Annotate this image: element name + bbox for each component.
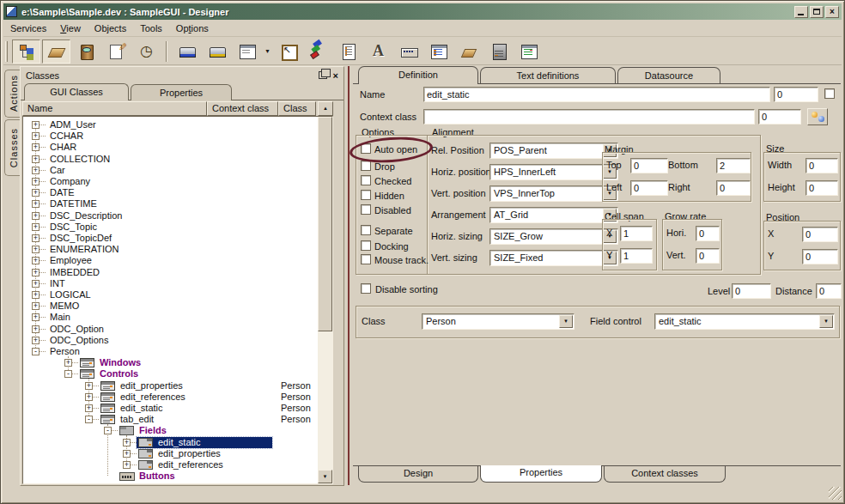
expand-icon[interactable]: + bbox=[32, 212, 40, 220]
tree-item-odc-option[interactable]: +ODC_Option bbox=[23, 324, 318, 335]
collapse-icon[interactable]: - bbox=[85, 416, 93, 423]
tree-item-employee[interactable]: +Employee bbox=[23, 255, 318, 266]
expand-icon[interactable]: + bbox=[32, 189, 40, 197]
name-flag-checkbox[interactable] bbox=[824, 88, 835, 99]
expand-icon[interactable]: + bbox=[32, 200, 40, 208]
column-header-class[interactable]: Class bbox=[278, 101, 316, 116]
button-widget-button[interactable] bbox=[394, 39, 422, 64]
hidden-checkbox[interactable] bbox=[361, 190, 371, 200]
font-button[interactable] bbox=[364, 39, 392, 64]
tree-item-company[interactable]: +Company bbox=[23, 176, 318, 187]
expand-icon[interactable]: + bbox=[32, 223, 40, 231]
classes-tab-properties[interactable]: Properties bbox=[131, 84, 232, 100]
tree-item-buttons[interactable]: Buttons bbox=[23, 471, 318, 482]
position-x-input[interactable]: 0 bbox=[802, 227, 838, 242]
size-height-input[interactable]: 0 bbox=[805, 180, 838, 196]
vert-sizing-dropdown[interactable]: SIZE_Fixed▼ bbox=[489, 250, 618, 266]
classes-tab-gui-classes[interactable]: GUI Classes bbox=[24, 83, 129, 100]
tree-item-date[interactable]: +DATE bbox=[23, 187, 318, 198]
disable-sorting-checkbox[interactable] bbox=[361, 283, 371, 294]
separate-checkbox[interactable] bbox=[361, 225, 371, 235]
hierarchy-button[interactable] bbox=[12, 39, 40, 64]
tab-definition[interactable]: Definition bbox=[358, 66, 478, 84]
tree-item-edit-references[interactable]: +edit_referencesPerson bbox=[23, 392, 318, 403]
tree-item-dsc-topicdef[interactable]: +DSC_TopicDef bbox=[23, 233, 318, 244]
expand-icon[interactable]: + bbox=[123, 439, 131, 446]
expand-icon[interactable]: + bbox=[64, 359, 72, 367]
margin-top-input[interactable]: 0 bbox=[630, 158, 668, 173]
context-class-picker-icon[interactable] bbox=[807, 108, 828, 125]
level-input[interactable]: 0 bbox=[732, 283, 771, 299]
horiz-position-dropdown[interactable]: HPS_InnerLeft▼ bbox=[489, 164, 618, 180]
tree-item-dsc-topic[interactable]: +DSC_Topic bbox=[23, 222, 318, 233]
expand-icon[interactable]: + bbox=[32, 337, 40, 344]
tree-item-enumeration[interactable]: +ENUMERATION bbox=[23, 244, 318, 255]
tab-design[interactable]: Design bbox=[358, 466, 478, 483]
dock-tab-actions[interactable]: Actions bbox=[4, 70, 21, 118]
tree-item-edit-static[interactable]: +edit_static bbox=[23, 437, 318, 448]
dropdown-arrow-icon[interactable]: ▼ bbox=[819, 315, 833, 328]
name-input[interactable]: edit_static bbox=[423, 87, 770, 102]
drive-yellow-button[interactable] bbox=[203, 39, 231, 64]
menu-view[interactable]: View bbox=[53, 21, 88, 36]
class-dropdown[interactable]: Person ▼ bbox=[422, 313, 574, 330]
edit-document-button[interactable] bbox=[102, 39, 131, 64]
drive-blue-button[interactable] bbox=[173, 39, 201, 64]
tab-properties[interactable]: Properties bbox=[480, 465, 602, 483]
maximize-button[interactable] bbox=[810, 6, 824, 18]
expand-icon[interactable]: + bbox=[32, 313, 40, 321]
color-links-button[interactable] bbox=[304, 39, 332, 64]
collapse-icon[interactable]: - bbox=[64, 370, 72, 378]
tree-item-windows[interactable]: +Windows bbox=[23, 357, 318, 368]
arrangement-dropdown[interactable]: AT_Grid▼ bbox=[489, 207, 618, 223]
mouse-track-checkbox[interactable] bbox=[361, 254, 371, 264]
dropdown-arrow-icon[interactable]: ▼ bbox=[559, 315, 573, 328]
tree-item-odc-options[interactable]: +ODC_Options bbox=[23, 335, 318, 346]
tree-item-datetime[interactable]: +DATETIME bbox=[23, 198, 318, 209]
tree-item-edit-properties[interactable]: +edit_properties bbox=[23, 448, 318, 459]
vert-position-dropdown[interactable]: VPS_InnerTop▼ bbox=[489, 185, 618, 202]
expand-icon[interactable]: + bbox=[32, 155, 40, 163]
tree-item-edit-properties[interactable]: +edit_propertiesPerson bbox=[23, 380, 318, 392]
tree-item-fields[interactable]: -Fields bbox=[23, 425, 318, 436]
clock-button[interactable] bbox=[132, 39, 161, 64]
close-button[interactable]: × bbox=[825, 6, 839, 18]
form-window-dropdown-arrow-icon[interactable]: ▼ bbox=[262, 48, 273, 54]
distance-input[interactable]: 0 bbox=[816, 283, 842, 299]
collapse-icon[interactable]: - bbox=[32, 348, 40, 355]
panel-close-icon[interactable]: × bbox=[333, 71, 338, 80]
size-width-input[interactable]: 0 bbox=[805, 158, 838, 173]
panel-splitter[interactable] bbox=[348, 66, 350, 485]
grow-rate-hori-input[interactable]: 0 bbox=[696, 226, 720, 241]
column-header-context-class[interactable]: Context class bbox=[207, 101, 278, 116]
auto-open-checkbox[interactable] bbox=[361, 143, 371, 154]
expand-icon[interactable]: + bbox=[32, 167, 40, 174]
tree-item-adm-user[interactable]: +ADM_User bbox=[23, 119, 318, 131]
collapse-icon[interactable]: - bbox=[104, 427, 112, 434]
tree-item-collection[interactable]: +COLLECTION bbox=[23, 154, 318, 165]
name-index-input[interactable]: 0 bbox=[774, 87, 818, 102]
context-class-input[interactable] bbox=[423, 109, 755, 124]
expand-icon[interactable]: + bbox=[123, 450, 131, 458]
tree-item-car[interactable]: +Car bbox=[23, 165, 318, 176]
tab-text-definitions[interactable]: Text definitions bbox=[480, 67, 616, 84]
menu-services[interactable]: Services bbox=[3, 21, 53, 36]
tab-datasource[interactable]: Datasource bbox=[617, 67, 720, 84]
tree-item-char[interactable]: +CHAR bbox=[23, 142, 318, 153]
docking-checkbox[interactable] bbox=[361, 240, 371, 251]
tree-item-cchar[interactable]: +CCHAR bbox=[23, 131, 318, 142]
field-control-dropdown[interactable]: edit_static ▼ bbox=[654, 313, 835, 330]
expand-icon[interactable]: + bbox=[32, 178, 40, 185]
checked-checkbox[interactable] bbox=[361, 175, 371, 185]
expand-icon[interactable]: + bbox=[32, 246, 40, 253]
disabled-checkbox[interactable] bbox=[361, 204, 371, 215]
form-window-button[interactable] bbox=[233, 39, 261, 64]
float-panel-icon[interactable] bbox=[319, 71, 327, 79]
expand-icon[interactable]: + bbox=[85, 393, 93, 401]
column-header-name[interactable]: Name bbox=[22, 101, 207, 116]
toolbar-grip[interactable] bbox=[5, 41, 8, 62]
title-bar[interactable]: e:\Sample\Sample.dev : SampleGUI - Desig… bbox=[3, 3, 842, 20]
tree-item-logical[interactable]: +LOGICAL bbox=[23, 289, 318, 301]
cell-span-x-input[interactable]: 1 bbox=[620, 226, 653, 241]
expand-icon[interactable]: + bbox=[32, 325, 40, 333]
